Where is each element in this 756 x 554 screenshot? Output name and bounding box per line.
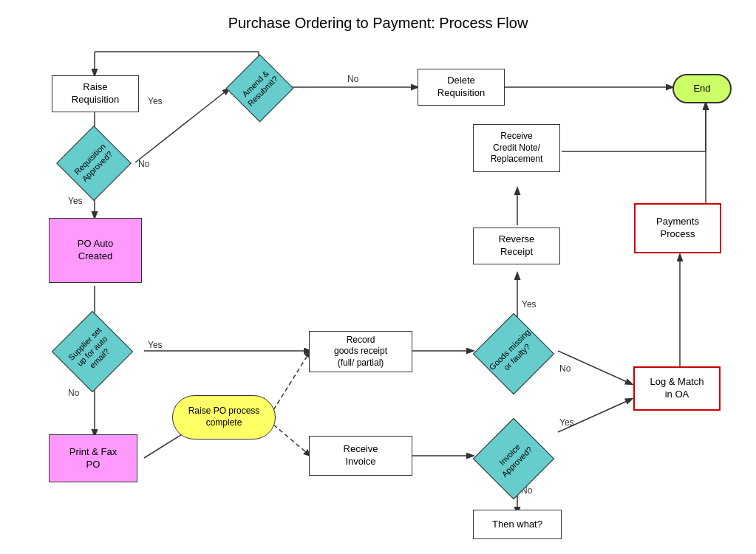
invoice-approved-node: InvoiceApproved? [469, 428, 558, 489]
req-approved-node: RequisitionApproved? [50, 135, 137, 191]
label-yes-amend: Yes [148, 96, 163, 106]
label-yes-supplier: Yes [148, 340, 163, 350]
delete-requisition-node: Delete Requisition [418, 69, 505, 106]
label-no-goodsmissing: No [559, 363, 571, 374]
goods-missing-node: Goods missingor faulty? [469, 324, 558, 384]
label-yes-reqapproved: Yes [68, 196, 83, 206]
raise-po-complete-node: Raise PO process complete [172, 395, 276, 440]
label-no-amend: No [347, 74, 358, 84]
receive-credit-node: Receive Credit Note/ Replacement [473, 124, 560, 172]
label-no-reqapproved: No [138, 159, 149, 169]
page-title: Purchase Ordering to Payment: Process Fl… [0, 7, 756, 32]
diagram-container: Purchase Ordering to Payment: Process Fl… [0, 0, 756, 554]
end-node: End [672, 74, 732, 103]
print-fax-node: Print & Fax PO [49, 434, 137, 482]
payments-process-node: Payments Process [634, 203, 721, 253]
svg-line-12 [273, 351, 310, 410]
amend-resubmit-node: Amend &Resubmit? [225, 58, 293, 118]
then-what-node: Then what? [473, 510, 562, 539]
svg-line-13 [273, 425, 310, 456]
label-yes-invoice: Yes [559, 417, 574, 428]
raise-requisition-node: Raise Requisition [52, 75, 139, 112]
record-goods-node: Record goods receipt (full/ partial) [309, 331, 412, 372]
label-no-supplier: No [68, 388, 79, 398]
receive-invoice-node: Receive Invoice [309, 436, 412, 476]
log-match-node: Log & Match in OA [633, 366, 721, 411]
reverse-receipt-node: Reverse Receipt [473, 228, 560, 264]
po-auto-created-node: PO Auto Created [49, 218, 142, 283]
label-yes-goodsmissing: Yes [522, 299, 537, 310]
supplier-email-node: Supplier setup for autoemail? [49, 321, 136, 382]
